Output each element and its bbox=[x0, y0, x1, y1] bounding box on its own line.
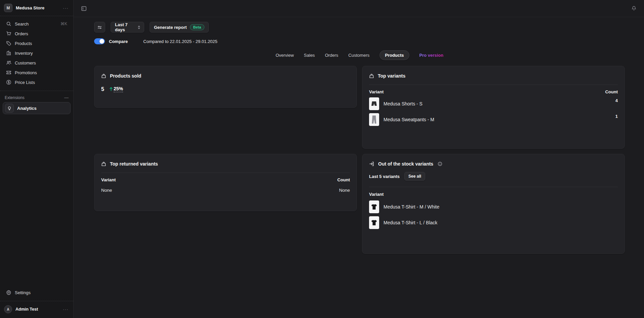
sidebar-item-promotions[interactable]: Promotions bbox=[3, 68, 70, 77]
tshirt-image bbox=[371, 204, 377, 210]
variant-name: Medusa Sweatpants - M bbox=[384, 117, 434, 122]
sidebar-item-label: Inventory bbox=[15, 51, 33, 56]
products-sold-metric: 5 25% bbox=[94, 79, 357, 92]
sidebar-item-label: Price Lists bbox=[15, 80, 35, 85]
column-variant: Variant bbox=[369, 192, 384, 197]
oos-subheader: Last 5 variants See all bbox=[362, 167, 625, 181]
analytics-page: Last 7 days Generate report Beta Compare… bbox=[74, 17, 644, 318]
users-icon bbox=[6, 60, 11, 65]
column-count: Count bbox=[605, 89, 618, 94]
ticket-icon bbox=[6, 70, 11, 75]
sidebar-item-label: Promotions bbox=[15, 70, 37, 75]
see-all-button[interactable]: See all bbox=[404, 172, 425, 181]
card-title: Top variants bbox=[378, 73, 405, 79]
bell-icon[interactable] bbox=[631, 6, 637, 11]
sidebar: M Medusa Store ··· Search ⌘K Orders Prod… bbox=[0, 0, 74, 318]
product-thumbnail bbox=[369, 97, 379, 110]
column-variant: Variant bbox=[369, 89, 384, 94]
card-title: Out of the stock variants bbox=[378, 161, 433, 167]
variant-count: 1 bbox=[615, 113, 618, 119]
products-sold-card: Products sold 5 25% bbox=[94, 66, 357, 108]
avatar: A bbox=[4, 305, 12, 313]
variant-name: Medusa Shorts - S bbox=[384, 101, 422, 106]
sliders-icon bbox=[97, 25, 102, 30]
sidebar-nav: Search ⌘K Orders Products Inventory Cust… bbox=[0, 16, 73, 88]
sidebar-item-customers[interactable]: Customers bbox=[3, 58, 70, 67]
sidebar-item-search[interactable]: Search ⌘K bbox=[3, 19, 70, 28]
table-row[interactable]: Medusa Shorts - S 4 bbox=[362, 94, 625, 110]
sidebar-item-analytics[interactable]: Analytics bbox=[3, 102, 71, 114]
table-header: Variant bbox=[362, 187, 625, 197]
arrow-into-bracket-icon bbox=[369, 161, 374, 167]
product-thumbnail bbox=[369, 200, 379, 213]
column-count: Count bbox=[337, 177, 350, 182]
sidebar-item-label: Products bbox=[15, 41, 32, 46]
sidebar-toggle-icon[interactable] bbox=[81, 6, 87, 11]
table-row[interactable]: Medusa T-Shirt - M / White bbox=[362, 197, 625, 213]
extensions-label: Extensions bbox=[5, 95, 64, 100]
shorts-image bbox=[371, 101, 377, 106]
card-title: Products sold bbox=[110, 73, 141, 79]
table-row[interactable]: Medusa Sweatpants - M 1 bbox=[362, 110, 625, 126]
beta-badge: Beta bbox=[190, 24, 205, 30]
toggle-knob bbox=[99, 39, 104, 44]
column-variant: Variant bbox=[101, 177, 116, 182]
search-icon bbox=[6, 21, 11, 27]
compare-label: Compare bbox=[109, 39, 128, 44]
out-of-stock-variants-card: Out of the stock variants Last 5 variant… bbox=[362, 154, 625, 254]
store-name: Medusa Store bbox=[16, 5, 59, 10]
tabs-row: Overview Sales Orders Customers Products… bbox=[94, 50, 625, 60]
sidebar-item-inventory[interactable]: Inventory bbox=[3, 49, 70, 57]
products-sold-change: 25% bbox=[109, 86, 123, 92]
user-initial: A bbox=[7, 308, 9, 311]
table-row[interactable]: Medusa T-Shirt - L / Black bbox=[362, 213, 625, 229]
analytics-toolbar: Last 7 days Generate report Beta bbox=[94, 22, 625, 33]
table-header: Variant Count bbox=[94, 173, 357, 182]
sidebar-item-label: Search bbox=[15, 21, 29, 27]
store-menu-ellipsis-icon[interactable]: ··· bbox=[63, 7, 69, 9]
card-title: Top returned variants bbox=[110, 161, 158, 167]
tab-sales[interactable]: Sales bbox=[304, 51, 315, 60]
date-range-value: Last 7 days bbox=[115, 22, 135, 32]
analytics-tabs: Overview Sales Orders Customers Products… bbox=[276, 50, 443, 60]
date-range-select[interactable]: Last 7 days bbox=[111, 22, 144, 33]
topbar bbox=[74, 0, 644, 17]
tag-icon bbox=[6, 41, 11, 46]
sidebar-item-orders[interactable]: Orders bbox=[3, 29, 70, 38]
user-menu[interactable]: A Admin Test ··· bbox=[0, 301, 73, 318]
sidebar-item-products[interactable]: Products bbox=[3, 39, 70, 48]
store-logo: M bbox=[4, 4, 12, 12]
sidebar-item-label: Analytics bbox=[17, 106, 37, 111]
generate-report-label: Generate report bbox=[154, 25, 187, 30]
product-thumbnail bbox=[369, 216, 379, 229]
tab-products[interactable]: Products bbox=[379, 50, 409, 60]
search-shortcut: ⌘K bbox=[61, 21, 67, 26]
sidebar-item-label: Settings bbox=[15, 290, 31, 295]
tab-orders[interactable]: Orders bbox=[325, 51, 338, 60]
compare-note: Compared to 22.01.2025 - 29.01.2025 bbox=[143, 39, 217, 44]
compare-row: Compare Compared to 22.01.2025 - 29.01.2… bbox=[94, 38, 625, 45]
extensions-section-header: Extensions — bbox=[0, 91, 73, 102]
info-circle-icon[interactable] bbox=[438, 162, 442, 166]
generate-report-button[interactable]: Generate report Beta bbox=[150, 22, 209, 33]
tab-customers[interactable]: Customers bbox=[348, 51, 369, 60]
sidebar-item-price-lists[interactable]: Price Lists bbox=[3, 78, 70, 87]
lightbulb-icon-box bbox=[5, 104, 14, 112]
tab-pro-version[interactable]: Pro version bbox=[419, 51, 444, 60]
sidebar-item-settings[interactable]: Settings bbox=[3, 288, 70, 297]
shopping-bag-icon bbox=[369, 74, 374, 79]
main-area: Last 7 days Generate report Beta Compare… bbox=[74, 0, 644, 318]
sidebar-item-label: Orders bbox=[15, 31, 28, 36]
tab-overview[interactable]: Overview bbox=[276, 51, 294, 60]
compare-toggle[interactable] bbox=[94, 38, 105, 44]
chevron-up-down-icon bbox=[137, 26, 140, 29]
user-menu-ellipsis-icon[interactable]: ··· bbox=[63, 308, 69, 311]
collapse-icon[interactable]: — bbox=[64, 95, 69, 100]
building-icon bbox=[6, 50, 11, 56]
sweatpants-image bbox=[372, 115, 376, 124]
variant-count: 4 bbox=[615, 97, 618, 103]
store-menu[interactable]: M Medusa Store ··· bbox=[0, 0, 73, 16]
variant-name: Medusa T-Shirt - L / Black bbox=[384, 220, 437, 225]
filter-button[interactable] bbox=[94, 22, 105, 33]
cart-icon bbox=[6, 31, 11, 36]
